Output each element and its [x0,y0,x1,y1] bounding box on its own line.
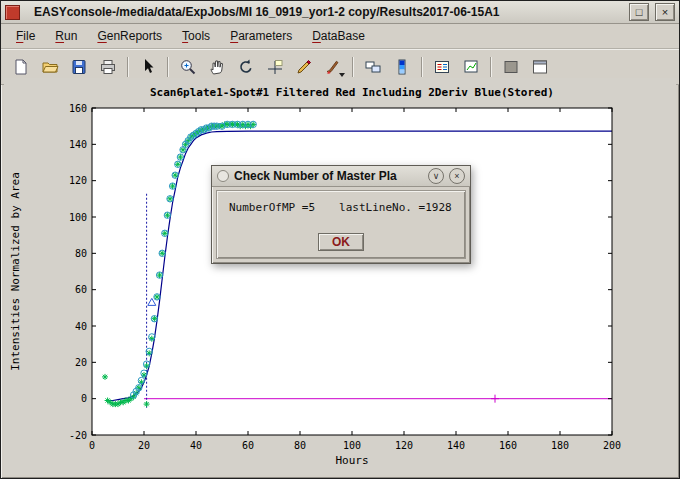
x-tick-label: 100 [343,440,361,451]
pointer-arrow-icon [139,58,157,76]
hide-plot-tools-icon [502,58,520,76]
close-button[interactable]: × [655,3,675,21]
brush-button[interactable] [319,53,346,80]
dialog-body: NumberOfMP =5 lastLineNo. =1928 OK [216,190,466,259]
dialog-app-icon [217,170,229,182]
y-tick-label: -20 [69,430,87,441]
y-tick-label: 160 [69,103,87,114]
dialog-title: Check Number of Master Pla [234,169,423,183]
zoom-in-icon [179,58,197,76]
data-cursor-button[interactable] [261,53,288,80]
y-tick-label: 0 [81,393,87,404]
x-tick-label: 160 [499,440,517,451]
menu-database[interactable]: DataBase [303,25,374,47]
toolbar-separator [490,57,491,77]
pan-button[interactable] [203,53,230,80]
colorbar-icon [393,58,411,76]
menu-parameters[interactable]: Parameters [221,25,301,47]
x-tick-label: 180 [551,440,569,451]
color-picker-button[interactable] [290,53,317,80]
ok-button[interactable]: OK [318,233,364,251]
print-button[interactable] [94,53,121,80]
data-cursor-icon [266,58,284,76]
dialog-message: NumberOfMP =5 lastLineNo. =1928 [229,201,453,214]
last-line-no-value: lastLineNo. =1928 [339,201,452,214]
open-folder-icon [41,58,59,76]
link-plots-icon [364,58,382,76]
zoom-in-button[interactable] [174,53,201,80]
plot-edit-button[interactable] [457,53,484,80]
axes-plot-icon [462,58,480,76]
pointer-button[interactable] [134,53,161,80]
y-tick-label: 80 [75,248,87,259]
dialog-collapse-button[interactable]: ∨ [428,168,444,184]
x-tick-label: 40 [190,440,202,451]
x-tick-label: 0 [89,440,95,451]
y-tick-label: 140 [69,139,87,150]
check-number-dialog: Check Number of Master Pla ∨ × NumberOfM… [211,165,471,264]
toolbar-separator [167,57,168,77]
menu-file[interactable]: File [7,25,44,47]
save-floppy-icon [70,58,88,76]
y-tick-label: 20 [75,357,87,368]
toolbar-separator [127,57,128,77]
printer-icon [99,58,117,76]
x-tick-label: 80 [294,440,306,451]
window-title: EASYconsole-/media/data/ExpJobs/MI 16_09… [26,5,623,19]
y-tick-label: 120 [69,175,87,186]
menu-run[interactable]: Run [46,25,86,47]
pencil-icon [295,58,313,76]
x-axis-label: Hours [335,454,368,467]
brush-dropdown-caret[interactable] [339,73,345,77]
dialog-close-button[interactable]: × [449,168,465,184]
app-window: EASYconsole-/media/data/ExpJobs/MI 16_09… [0,0,680,479]
x-tick-label: 20 [138,440,150,451]
rotate-button[interactable] [232,53,259,80]
menu-tools[interactable]: Tools [173,25,219,47]
rotate-icon [237,58,255,76]
figure-area: 020406080100120140160180200-200204060801… [4,78,676,475]
figure-svg[interactable]: 020406080100120140160180200-200204060801… [4,78,678,477]
y-tick-label: 60 [75,284,87,295]
save-button[interactable] [65,53,92,80]
number-of-mp-value: NumberOfMP =5 [229,201,315,214]
menu-bar: File Run GenReports Tools Parameters Dat… [1,24,679,49]
legend-icon [433,58,451,76]
axes-background [92,108,612,435]
new-document-button[interactable] [7,53,34,80]
toolbar-separator [421,57,422,77]
insert-colorbar-button[interactable] [388,53,415,80]
dialog-title-bar[interactable]: Check Number of Master Pla ∨ × [212,166,470,187]
y-tick-label: 40 [75,321,87,332]
menu-genreports[interactable]: GenReports [88,25,171,47]
insert-legend-button[interactable] [428,53,455,80]
show-plot-tools-icon [531,58,549,76]
y-axis-label: Intensities Normalized by Area [9,172,22,371]
title-bar[interactable]: EASYconsole-/media/data/ExpJobs/MI 16_09… [1,1,679,24]
x-tick-label: 140 [447,440,465,451]
hide-plot-tools-button[interactable] [497,53,524,80]
open-file-button[interactable] [36,53,63,80]
show-plot-tools-button[interactable] [526,53,553,80]
app-icon[interactable] [5,5,20,20]
maximize-button[interactable]: □ [629,3,649,21]
link-plots-button[interactable] [359,53,386,80]
hand-icon [208,58,226,76]
x-tick-label: 200 [603,440,621,451]
toolbar-separator [352,57,353,77]
x-tick-label: 60 [242,440,254,451]
new-document-icon [12,58,30,76]
plot-title: Scan6plate1-Spot#1 Filtered Red Includin… [150,86,554,99]
x-tick-label: 120 [395,440,413,451]
y-tick-label: 100 [69,212,87,223]
